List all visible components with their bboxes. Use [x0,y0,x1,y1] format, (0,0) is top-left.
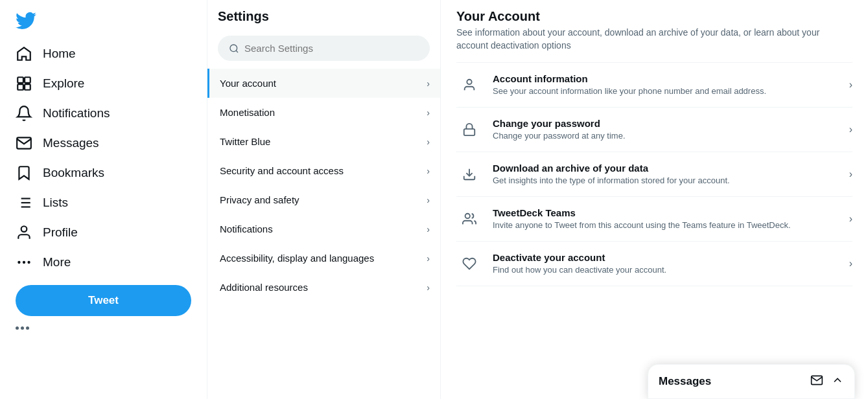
row-account-info-text: Account information See your account inf… [493,73,839,97]
chevron-right-icon: › [427,78,430,89]
sidebar-item-explore[interactable]: Explore [8,69,199,98]
row-deactivate-title: Deactivate your account [493,252,839,263]
sidebar-item-profile[interactable]: Profile [8,218,199,247]
svg-point-13 [18,262,19,263]
sidebar-item-label-profile: Profile [43,225,78,240]
deactivate-icon [456,251,482,277]
row-change-password[interactable]: Change your password Change your passwor… [456,108,852,152]
sidebar-item-label-more: More [43,255,71,269]
search-settings-wrapper[interactable] [218,36,430,61]
svg-line-15 [236,51,238,52]
more-icon [16,254,32,271]
svg-rect-0 [18,77,23,83]
sidebar-item-more[interactable]: More [8,247,199,277]
svg-point-14 [230,45,237,52]
password-icon [456,117,482,142]
row-tweetdeck-teams-text: TweetDeck Teams Invite anyone to Tweet f… [493,207,839,231]
svg-point-10 [21,226,27,232]
settings-header: Settings [207,0,440,30]
twitter-logo[interactable] [8,5,199,36]
sidebar: Home Explore Notifications Messages Book… [0,0,207,399]
bookmarks-icon [16,165,32,181]
sidebar-item-label-explore: Explore [43,76,84,91]
svg-point-16 [467,80,471,84]
svg-rect-2 [18,84,23,90]
settings-menu-security[interactable]: Security and account access › [207,156,440,185]
settings-menu-label-additional: Additional resources [220,282,308,293]
row-account-info[interactable]: Account information See your account inf… [456,63,852,108]
settings-menu-twitter-blue[interactable]: Twitter Blue › [207,127,440,156]
row-deactivate[interactable]: Deactivate your account Find out how you… [456,242,852,286]
settings-menu-label-privacy: Privacy and safety [220,194,299,205]
messages-popup-title: Messages [659,375,711,388]
sidebar-item-messages[interactable]: Messages [8,128,199,158]
search-icon [229,43,239,54]
chevron-right-icon: › [427,195,430,205]
row-download-archive-title: Download an archive of your data [493,163,839,174]
sidebar-item-label-lists: Lists [43,196,68,210]
more-dots [8,321,199,335]
settings-menu-label-monetisation: Monetisation [220,107,275,118]
row-change-password-text: Change your password Change your passwor… [493,118,839,142]
row-tweetdeck-teams[interactable]: TweetDeck Teams Invite anyone to Tweet f… [456,197,852,242]
sidebar-item-label-notifications: Notifications [43,106,110,120]
tweetdeck-icon [456,206,482,232]
svg-rect-17 [464,129,475,135]
svg-rect-3 [25,84,30,90]
row-account-info-desc: See your account information like your p… [493,86,839,97]
settings-menu-label-notifications: Notifications [220,223,273,234]
chevron-right-icon: › [427,108,430,118]
home-icon [16,45,32,62]
chevron-right-icon: › [849,258,852,269]
settings-menu-label-twitter-blue: Twitter Blue [220,136,270,147]
compose-message-icon[interactable] [810,374,823,389]
row-download-archive[interactable]: Download an archive of your data Get ins… [456,152,852,197]
download-icon [456,161,482,187]
settings-menu-notifications[interactable]: Notifications › [207,214,440,244]
svg-point-12 [29,262,30,263]
content-panel: Your Account See information about your … [441,0,868,399]
settings-menu-monetisation[interactable]: Monetisation › [207,98,440,127]
sidebar-item-lists[interactable]: Lists [8,188,199,218]
svg-point-11 [23,262,25,263]
row-deactivate-desc: Find out how you can deactivate your acc… [493,264,839,276]
settings-menu-accessibility[interactable]: Accessibility, display and languages › [207,244,440,273]
row-download-archive-text: Download an archive of your data Get ins… [493,163,839,187]
chevron-right-icon: › [427,253,430,264]
explore-icon [16,75,32,92]
expand-messages-icon[interactable] [831,374,844,389]
settings-menu-privacy[interactable]: Privacy and safety › [207,185,440,214]
content-description: See information about your account, down… [456,27,852,63]
sidebar-item-bookmarks[interactable]: Bookmarks [8,158,199,188]
chevron-right-icon: › [427,137,430,147]
account-info-icon [456,72,482,98]
chevron-right-icon: › [849,79,852,91]
chevron-right-icon: › [849,213,852,225]
sidebar-item-home[interactable]: Home [8,39,199,69]
row-download-archive-desc: Get insights into the type of informatio… [493,175,839,187]
search-settings-input[interactable] [244,43,419,54]
settings-menu-label-accessibility: Accessibility, display and languages [220,253,374,264]
chevron-right-icon: › [849,168,852,180]
sidebar-item-label-messages: Messages [43,136,99,150]
sidebar-item-label-bookmarks: Bookmarks [43,166,104,180]
row-tweetdeck-teams-desc: Invite anyone to Tweet from this account… [493,220,839,231]
profile-icon [16,224,32,241]
messages-popup-actions [810,374,844,389]
content-title: Your Account [456,0,852,27]
settings-menu-your-account[interactable]: Your account › [207,69,440,98]
chevron-right-icon: › [427,224,430,234]
svg-point-19 [465,214,470,218]
chevron-right-icon: › [427,282,430,293]
settings-menu-label-security: Security and account access [220,165,344,176]
chevron-right-icon: › [427,166,430,176]
row-change-password-desc: Change your password at any time. [493,130,839,142]
messages-icon [16,135,32,152]
sidebar-item-label-home: Home [43,47,76,61]
tweet-button[interactable]: Tweet [16,285,191,316]
sidebar-item-notifications[interactable]: Notifications [8,98,199,128]
row-deactivate-text: Deactivate your account Find out how you… [493,252,839,276]
settings-menu-additional[interactable]: Additional resources › [207,273,440,302]
settings-panel: Settings Your account › Monetisation › T… [207,0,441,399]
messages-popup[interactable]: Messages [648,364,855,399]
